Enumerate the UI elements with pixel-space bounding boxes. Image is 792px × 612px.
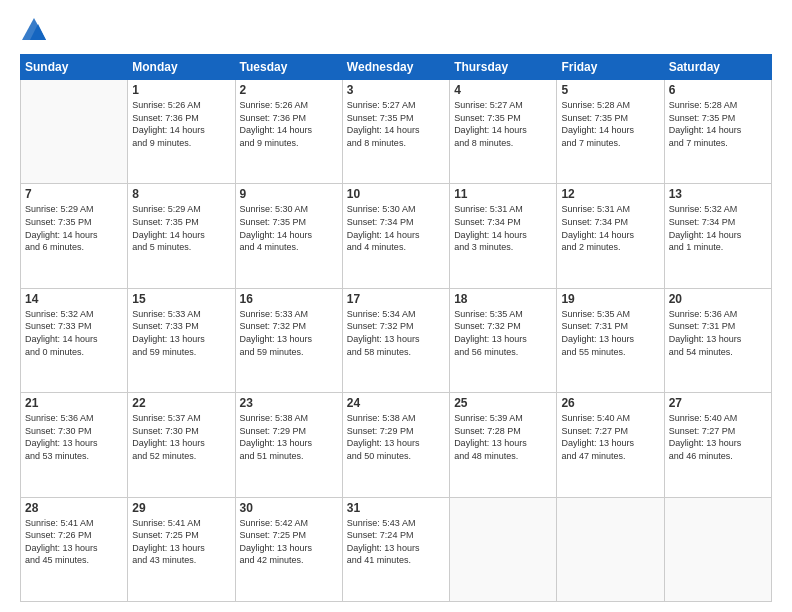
day-number: 1	[132, 83, 230, 97]
day-number: 28	[25, 501, 123, 515]
weekday-header-sunday: Sunday	[21, 55, 128, 80]
calendar-cell: 29Sunrise: 5:41 AM Sunset: 7:25 PM Dayli…	[128, 497, 235, 601]
day-info: Sunrise: 5:38 AM Sunset: 7:29 PM Dayligh…	[240, 412, 338, 462]
calendar-cell: 24Sunrise: 5:38 AM Sunset: 7:29 PM Dayli…	[342, 393, 449, 497]
day-info: Sunrise: 5:41 AM Sunset: 7:25 PM Dayligh…	[132, 517, 230, 567]
day-info: Sunrise: 5:41 AM Sunset: 7:26 PM Dayligh…	[25, 517, 123, 567]
day-info: Sunrise: 5:29 AM Sunset: 7:35 PM Dayligh…	[132, 203, 230, 253]
day-info: Sunrise: 5:28 AM Sunset: 7:35 PM Dayligh…	[561, 99, 659, 149]
day-number: 5	[561, 83, 659, 97]
day-number: 10	[347, 187, 445, 201]
day-number: 22	[132, 396, 230, 410]
calendar-cell: 1Sunrise: 5:26 AM Sunset: 7:36 PM Daylig…	[128, 80, 235, 184]
day-info: Sunrise: 5:35 AM Sunset: 7:32 PM Dayligh…	[454, 308, 552, 358]
day-number: 21	[25, 396, 123, 410]
day-info: Sunrise: 5:43 AM Sunset: 7:24 PM Dayligh…	[347, 517, 445, 567]
day-number: 11	[454, 187, 552, 201]
calendar-cell: 26Sunrise: 5:40 AM Sunset: 7:27 PM Dayli…	[557, 393, 664, 497]
day-number: 17	[347, 292, 445, 306]
weekday-header-tuesday: Tuesday	[235, 55, 342, 80]
calendar-week-4: 21Sunrise: 5:36 AM Sunset: 7:30 PM Dayli…	[21, 393, 772, 497]
day-number: 13	[669, 187, 767, 201]
day-info: Sunrise: 5:32 AM Sunset: 7:34 PM Dayligh…	[669, 203, 767, 253]
day-info: Sunrise: 5:31 AM Sunset: 7:34 PM Dayligh…	[454, 203, 552, 253]
calendar-cell: 22Sunrise: 5:37 AM Sunset: 7:30 PM Dayli…	[128, 393, 235, 497]
day-number: 3	[347, 83, 445, 97]
day-info: Sunrise: 5:27 AM Sunset: 7:35 PM Dayligh…	[454, 99, 552, 149]
day-info: Sunrise: 5:33 AM Sunset: 7:33 PM Dayligh…	[132, 308, 230, 358]
calendar-cell: 5Sunrise: 5:28 AM Sunset: 7:35 PM Daylig…	[557, 80, 664, 184]
day-number: 18	[454, 292, 552, 306]
day-number: 4	[454, 83, 552, 97]
calendar-week-5: 28Sunrise: 5:41 AM Sunset: 7:26 PM Dayli…	[21, 497, 772, 601]
calendar-cell: 15Sunrise: 5:33 AM Sunset: 7:33 PM Dayli…	[128, 288, 235, 392]
day-number: 27	[669, 396, 767, 410]
day-number: 14	[25, 292, 123, 306]
day-info: Sunrise: 5:36 AM Sunset: 7:31 PM Dayligh…	[669, 308, 767, 358]
weekday-header-row: SundayMondayTuesdayWednesdayThursdayFrid…	[21, 55, 772, 80]
day-number: 2	[240, 83, 338, 97]
day-number: 6	[669, 83, 767, 97]
logo-icon	[20, 16, 48, 44]
weekday-header-thursday: Thursday	[450, 55, 557, 80]
calendar-cell: 7Sunrise: 5:29 AM Sunset: 7:35 PM Daylig…	[21, 184, 128, 288]
calendar-cell: 4Sunrise: 5:27 AM Sunset: 7:35 PM Daylig…	[450, 80, 557, 184]
calendar-cell: 16Sunrise: 5:33 AM Sunset: 7:32 PM Dayli…	[235, 288, 342, 392]
calendar-week-2: 7Sunrise: 5:29 AM Sunset: 7:35 PM Daylig…	[21, 184, 772, 288]
day-info: Sunrise: 5:42 AM Sunset: 7:25 PM Dayligh…	[240, 517, 338, 567]
calendar-cell: 25Sunrise: 5:39 AM Sunset: 7:28 PM Dayli…	[450, 393, 557, 497]
day-info: Sunrise: 5:31 AM Sunset: 7:34 PM Dayligh…	[561, 203, 659, 253]
day-info: Sunrise: 5:30 AM Sunset: 7:35 PM Dayligh…	[240, 203, 338, 253]
calendar-cell: 19Sunrise: 5:35 AM Sunset: 7:31 PM Dayli…	[557, 288, 664, 392]
calendar-cell: 30Sunrise: 5:42 AM Sunset: 7:25 PM Dayli…	[235, 497, 342, 601]
calendar-cell: 17Sunrise: 5:34 AM Sunset: 7:32 PM Dayli…	[342, 288, 449, 392]
calendar-cell: 23Sunrise: 5:38 AM Sunset: 7:29 PM Dayli…	[235, 393, 342, 497]
day-number: 31	[347, 501, 445, 515]
day-info: Sunrise: 5:40 AM Sunset: 7:27 PM Dayligh…	[561, 412, 659, 462]
day-info: Sunrise: 5:27 AM Sunset: 7:35 PM Dayligh…	[347, 99, 445, 149]
calendar-cell: 14Sunrise: 5:32 AM Sunset: 7:33 PM Dayli…	[21, 288, 128, 392]
day-info: Sunrise: 5:34 AM Sunset: 7:32 PM Dayligh…	[347, 308, 445, 358]
day-number: 26	[561, 396, 659, 410]
calendar-cell: 10Sunrise: 5:30 AM Sunset: 7:34 PM Dayli…	[342, 184, 449, 288]
day-info: Sunrise: 5:26 AM Sunset: 7:36 PM Dayligh…	[240, 99, 338, 149]
calendar-cell	[557, 497, 664, 601]
day-info: Sunrise: 5:29 AM Sunset: 7:35 PM Dayligh…	[25, 203, 123, 253]
day-info: Sunrise: 5:38 AM Sunset: 7:29 PM Dayligh…	[347, 412, 445, 462]
calendar-cell: 9Sunrise: 5:30 AM Sunset: 7:35 PM Daylig…	[235, 184, 342, 288]
weekday-header-wednesday: Wednesday	[342, 55, 449, 80]
day-number: 30	[240, 501, 338, 515]
day-info: Sunrise: 5:30 AM Sunset: 7:34 PM Dayligh…	[347, 203, 445, 253]
day-number: 29	[132, 501, 230, 515]
day-number: 25	[454, 396, 552, 410]
calendar-cell: 6Sunrise: 5:28 AM Sunset: 7:35 PM Daylig…	[664, 80, 771, 184]
day-number: 16	[240, 292, 338, 306]
day-info: Sunrise: 5:37 AM Sunset: 7:30 PM Dayligh…	[132, 412, 230, 462]
day-info: Sunrise: 5:39 AM Sunset: 7:28 PM Dayligh…	[454, 412, 552, 462]
day-info: Sunrise: 5:35 AM Sunset: 7:31 PM Dayligh…	[561, 308, 659, 358]
day-info: Sunrise: 5:32 AM Sunset: 7:33 PM Dayligh…	[25, 308, 123, 358]
calendar-cell	[450, 497, 557, 601]
day-number: 12	[561, 187, 659, 201]
weekday-header-monday: Monday	[128, 55, 235, 80]
calendar-cell: 13Sunrise: 5:32 AM Sunset: 7:34 PM Dayli…	[664, 184, 771, 288]
day-number: 24	[347, 396, 445, 410]
day-info: Sunrise: 5:40 AM Sunset: 7:27 PM Dayligh…	[669, 412, 767, 462]
calendar-cell: 31Sunrise: 5:43 AM Sunset: 7:24 PM Dayli…	[342, 497, 449, 601]
day-number: 20	[669, 292, 767, 306]
calendar-cell: 8Sunrise: 5:29 AM Sunset: 7:35 PM Daylig…	[128, 184, 235, 288]
calendar-cell: 18Sunrise: 5:35 AM Sunset: 7:32 PM Dayli…	[450, 288, 557, 392]
weekday-header-friday: Friday	[557, 55, 664, 80]
calendar-cell: 27Sunrise: 5:40 AM Sunset: 7:27 PM Dayli…	[664, 393, 771, 497]
calendar-cell: 20Sunrise: 5:36 AM Sunset: 7:31 PM Dayli…	[664, 288, 771, 392]
calendar-cell: 12Sunrise: 5:31 AM Sunset: 7:34 PM Dayli…	[557, 184, 664, 288]
day-info: Sunrise: 5:36 AM Sunset: 7:30 PM Dayligh…	[25, 412, 123, 462]
day-number: 19	[561, 292, 659, 306]
calendar-cell: 21Sunrise: 5:36 AM Sunset: 7:30 PM Dayli…	[21, 393, 128, 497]
day-number: 23	[240, 396, 338, 410]
calendar-cell	[21, 80, 128, 184]
weekday-header-saturday: Saturday	[664, 55, 771, 80]
logo	[20, 16, 52, 44]
day-number: 7	[25, 187, 123, 201]
day-number: 9	[240, 187, 338, 201]
